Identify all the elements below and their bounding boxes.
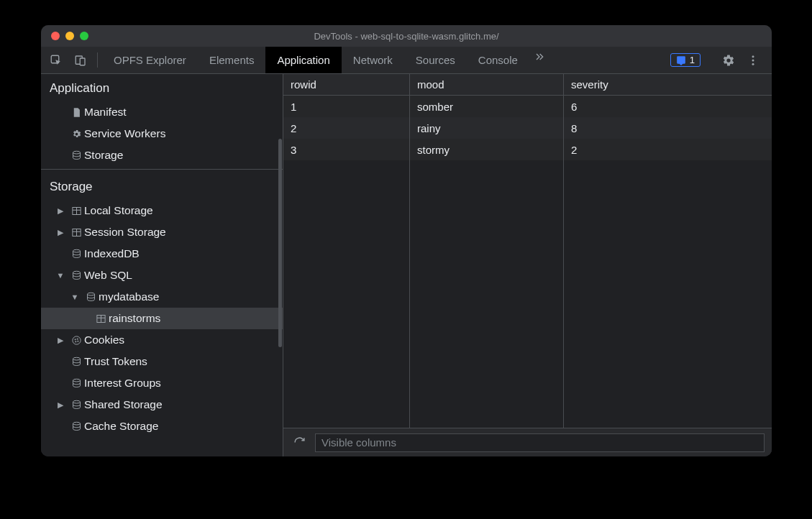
sidebar-item-label: mydatabase <box>99 290 159 303</box>
svg-point-15 <box>87 293 94 295</box>
svg-point-14 <box>73 271 80 274</box>
sidebar-item-cache-storage[interactable]: Cache Storage <box>41 415 283 437</box>
sidebar-item-label: Shared Storage <box>84 398 163 411</box>
sidebar-item-session-storage[interactable]: ▶ Session Storage <box>41 221 283 243</box>
sidebar-item-rainstorms[interactable]: rainstorms <box>41 308 283 329</box>
db-icon <box>68 400 84 410</box>
table-icon <box>68 206 84 216</box>
file-icon <box>68 107 84 118</box>
sidebar-item-shared-storage[interactable]: ▶ Shared Storage <box>41 394 283 415</box>
tab-sources[interactable]: Sources <box>404 47 467 73</box>
cell: 2 <box>283 117 410 139</box>
application-sidebar: Application Manifest Service Workers Sto… <box>41 74 283 456</box>
table-row[interactable]: 3 stormy 2 <box>283 139 772 160</box>
refresh-icon[interactable] <box>291 434 308 451</box>
sidebar-item-cookies[interactable]: ▶ Cookies <box>41 329 283 351</box>
panel-tabs: OPFS Explorer Elements Application Netwo… <box>102 47 549 73</box>
table-header: rowid mood severity <box>283 74 772 96</box>
sidebar-item-label: Interest Groups <box>84 377 161 390</box>
gear-icon <box>68 129 84 139</box>
sidebar-item-label: Trust Tokens <box>84 355 147 368</box>
db-icon <box>68 150 84 161</box>
sidebar-item-storage[interactable]: Storage <box>41 144 283 166</box>
issues-count: 1 <box>690 55 695 65</box>
window-title: DevTools - web-sql-to-sqlite-wasm.glitch… <box>41 31 772 42</box>
scrollbar-thumb[interactable] <box>278 139 282 347</box>
svg-point-26 <box>73 400 80 403</box>
cell: 8 <box>564 117 772 139</box>
svg-point-23 <box>77 341 78 341</box>
svg-point-21 <box>77 339 78 339</box>
sidebar-item-web-sql[interactable]: ▼ Web SQL <box>41 265 283 286</box>
sidebar-item-label: Web SQL <box>84 269 132 282</box>
table-icon <box>68 227 84 238</box>
table-icon <box>93 313 109 324</box>
sidebar-item-indexeddb[interactable]: IndexedDB <box>41 243 283 265</box>
issues-button[interactable]: 1 <box>670 53 701 67</box>
data-table: rowid mood severity 1 somber 6 2 rainy 8… <box>283 74 772 428</box>
tab-console[interactable]: Console <box>467 47 529 73</box>
db-icon <box>68 378 84 389</box>
svg-point-19 <box>72 336 80 344</box>
svg-point-5 <box>752 63 754 65</box>
sidebar-item-label: Cache Storage <box>84 420 158 433</box>
sidebar-item-label: Service Workers <box>84 127 165 140</box>
chevron-right-icon: ▶ <box>55 336 65 345</box>
chevron-right-icon: ▶ <box>55 400 65 410</box>
separator <box>97 52 98 68</box>
sidebar-item-label: Cookies <box>84 334 124 346</box>
svg-point-3 <box>752 55 754 58</box>
svg-point-25 <box>73 379 80 382</box>
cookie-icon <box>68 335 84 346</box>
close-window-button[interactable] <box>51 32 60 40</box>
visible-columns-input[interactable] <box>315 433 765 452</box>
table-panel: rowid mood severity 1 somber 6 2 rainy 8… <box>283 74 772 456</box>
sidebar-item-interest-groups[interactable]: Interest Groups <box>41 372 283 394</box>
table-row[interactable]: 2 rainy 8 <box>283 117 772 139</box>
db-icon <box>83 292 99 303</box>
titlebar: DevTools - web-sql-to-sqlite-wasm.glitch… <box>41 25 772 47</box>
sidebar-item-local-storage[interactable]: ▶ Local Storage <box>41 200 283 221</box>
device-toolbar-icon[interactable] <box>68 47 93 73</box>
toolbar-right: 1 <box>657 47 769 73</box>
chevron-right-icon: ▶ <box>55 206 65 216</box>
sidebar-item-label: Manifest <box>84 106 127 119</box>
sidebar-item-service-workers[interactable]: Service Workers <box>41 123 283 144</box>
svg-point-20 <box>75 339 76 339</box>
sidebar-item-label: rainstorms <box>109 312 160 325</box>
cell: 3 <box>283 139 410 160</box>
svg-point-22 <box>75 341 76 341</box>
inspect-element-icon[interactable] <box>44 47 68 73</box>
tab-elements[interactable]: Elements <box>198 47 266 73</box>
tab-opfs-explorer[interactable]: OPFS Explorer <box>102 47 198 73</box>
sidebar-item-label: Local Storage <box>84 204 153 217</box>
column-header-rowid[interactable]: rowid <box>283 74 410 95</box>
more-tabs-icon[interactable] <box>529 47 549 67</box>
traffic-lights <box>51 32 88 40</box>
db-icon <box>68 421 84 432</box>
divider <box>41 169 283 170</box>
cell: rainy <box>410 117 564 139</box>
svg-rect-2 <box>80 58 85 65</box>
toolbar: OPFS Explorer Elements Application Netwo… <box>41 47 772 74</box>
tab-network[interactable]: Network <box>342 47 404 73</box>
sidebar-item-trust-tokens[interactable]: Trust Tokens <box>41 351 283 372</box>
settings-icon[interactable] <box>719 50 739 70</box>
tab-application[interactable]: Application <box>265 47 341 73</box>
column-header-severity[interactable]: severity <box>564 74 772 95</box>
maximize-window-button[interactable] <box>80 32 88 40</box>
minimize-window-button[interactable] <box>65 32 74 40</box>
panel-body: Application Manifest Service Workers Sto… <box>41 74 772 456</box>
column-header-mood[interactable]: mood <box>410 74 564 95</box>
svg-point-6 <box>73 151 80 154</box>
chevron-down-icon: ▼ <box>55 271 65 280</box>
db-icon <box>68 357 84 367</box>
more-menu-icon[interactable] <box>743 50 763 70</box>
cell: 1 <box>283 96 410 117</box>
sidebar-item-manifest[interactable]: Manifest <box>41 101 283 123</box>
db-icon <box>68 270 84 281</box>
sidebar-item-label: Storage <box>84 149 123 162</box>
sidebar-item-mydatabase[interactable]: ▼ mydatabase <box>41 286 283 308</box>
table-row[interactable]: 1 somber 6 <box>283 96 772 117</box>
chevron-down-icon: ▼ <box>70 293 80 301</box>
